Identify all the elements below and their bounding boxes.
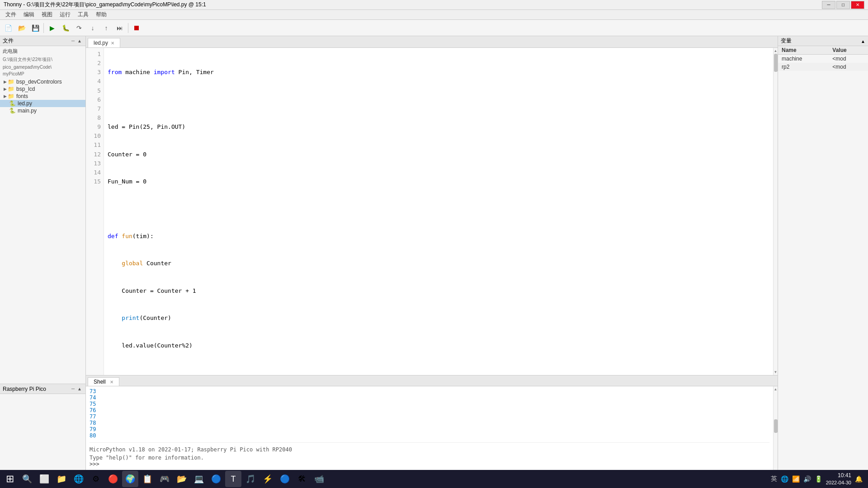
title-text: Thonny - G:\项目文件夹\22年项目\pico_gamepad\myC… <box>4 1 206 9</box>
scroll-down-arrow[interactable]: ▼ <box>774 369 778 375</box>
line-num-10: 10 <box>86 131 104 141</box>
tab-close-icon[interactable]: ✕ <box>111 41 114 46</box>
save-file-button[interactable]: 💾 <box>29 22 42 34</box>
tray-keyboard[interactable]: 英 <box>771 475 777 483</box>
tree-item-fonts[interactable]: ▶ 📁 fonts <box>0 93 85 100</box>
window-controls: ─ □ ✕ <box>822 1 864 9</box>
tray-volume[interactable]: 🔊 <box>803 475 811 483</box>
taskbar-right: 英 🌐 📶 🔊 🔋 10:41 2022-04-30 🔔 <box>771 472 866 486</box>
tree-item-label: bsp_devControlors <box>16 79 62 85</box>
tab-led-py[interactable]: led.py ✕ <box>88 38 120 47</box>
path-label-1: 此电脑 <box>0 47 85 56</box>
step-over-button[interactable]: ↷ <box>73 22 85 34</box>
tab-shell[interactable]: Shell ✕ <box>88 377 119 386</box>
var-value-rp2: <mod <box>829 63 868 71</box>
path-label-4: myPicoMP <box>0 71 85 78</box>
taskbar-icon-app2[interactable]: 🎮 <box>156 471 173 487</box>
menu-view[interactable]: 视图 <box>38 10 56 19</box>
maximize-button[interactable]: □ <box>836 1 850 9</box>
shell-content[interactable]: 73 74 75 76 77 78 79 80 MicroPython v1.1… <box>86 386 773 474</box>
shell-scroll-thumb[interactable] <box>774 419 778 433</box>
files-scroll-up[interactable]: ▲ <box>76 38 83 43</box>
shell-line-74: 74 <box>90 394 769 401</box>
file-section: 文件 ─ ▲ 此电脑 G:\项目文件夹\22年项目\ pico_gamepad\… <box>0 36 85 384</box>
files-collapse-btn[interactable]: ─ <box>71 38 75 43</box>
taskbar-icon-edge[interactable]: 🌐 <box>71 471 87 487</box>
menu-file[interactable]: 文件 <box>2 10 20 19</box>
close-button[interactable]: ✕ <box>851 1 864 9</box>
editor-tab-bar: led.py ✕ <box>86 36 778 48</box>
clock[interactable]: 10:41 2022-04-30 <box>826 472 851 486</box>
taskbar-icon-360[interactable]: 🔴 <box>105 471 121 487</box>
shell-prompt[interactable]: >>> <box>90 461 769 467</box>
tree-item-main-py[interactable]: 🐍 main.py <box>0 107 85 114</box>
shell-tab-close[interactable]: ✕ <box>110 380 113 385</box>
step-out-button[interactable]: ↑ <box>100 22 113 34</box>
tray-battery[interactable]: 🔋 <box>815 475 822 483</box>
notification-icon[interactable]: 🔔 <box>855 475 863 483</box>
resume-button[interactable]: ⏭ <box>113 22 126 34</box>
tree-item-led-py[interactable]: 🐍 led.py <box>0 100 85 107</box>
minimize-button[interactable]: ─ <box>822 1 835 9</box>
run-button[interactable]: ▶ <box>46 22 58 34</box>
clock-time: 10:41 <box>826 472 851 479</box>
taskbar-icon-thonny[interactable]: T <box>225 471 241 487</box>
pico-header-label: Raspberry Pi Pico <box>3 386 46 392</box>
file-python-icon: 🐍 <box>9 100 16 107</box>
menu-run[interactable]: 运行 <box>56 10 74 19</box>
var-col-value: Value <box>829 46 868 55</box>
taskbar-icon-app4[interactable]: 💻 <box>191 471 207 487</box>
open-file-button[interactable]: 📂 <box>15 22 28 34</box>
menu-help[interactable]: 帮助 <box>92 10 110 19</box>
taskbar-icon-explorer[interactable]: 📁 <box>53 471 70 487</box>
stop-button[interactable]: ⏹ <box>130 22 143 34</box>
code-line-10: print(Counter) <box>108 314 769 323</box>
file-python-icon: 🐍 <box>9 108 16 114</box>
var-scroll-up[interactable]: ▲ <box>861 39 865 44</box>
taskbar-icon-app7[interactable]: 🛠 <box>294 471 310 487</box>
code-editor-content[interactable]: from machine import Pin, Timer led = Pin… <box>104 48 773 375</box>
code-line-8: global Counter <box>108 259 769 268</box>
taskbar-icon-app1[interactable]: 📋 <box>139 471 156 487</box>
menu-edit[interactable]: 编辑 <box>20 10 38 19</box>
step-into-button[interactable]: ↓ <box>86 22 99 34</box>
taskbar-icon-app6[interactable]: 🎵 <box>242 471 259 487</box>
taskbar-icon-settings[interactable]: ⚙ <box>88 471 104 487</box>
shell-scrollbar[interactable]: ▲ ▼ <box>773 386 778 474</box>
taskbar-icon-browser[interactable]: 🌍 <box>122 471 138 487</box>
menu-tools[interactable]: 工具 <box>74 10 92 19</box>
folder-icon: 📁 <box>8 93 14 99</box>
editor-area: led.py ✕ 1 2 3 4 5 6 7 8 9 10 1 <box>86 36 778 375</box>
code-line-3: led = Pin(25, Pin.OUT) <box>108 122 769 131</box>
tray-wifi[interactable]: 📶 <box>792 475 800 483</box>
new-file-button[interactable]: 📄 <box>2 22 14 34</box>
files-section-header: 文件 ─ ▲ <box>0 36 85 46</box>
start-button[interactable]: ⊞ <box>2 471 18 487</box>
task-view-button[interactable]: ⬜ <box>36 471 52 487</box>
var-value-machine: <mod <box>829 55 868 63</box>
shell-scroll-up[interactable]: ▲ <box>774 386 778 392</box>
tray-ime[interactable]: 🌐 <box>781 475 788 483</box>
search-button[interactable]: 🔍 <box>19 471 35 487</box>
pico-collapse-btn[interactable]: ─ <box>71 386 75 391</box>
pico-tree <box>0 394 85 398</box>
line-num-9: 9 <box>86 122 104 131</box>
tree-item-bsp-lcd[interactable]: ▶ 📁 bsp_lcd <box>0 85 85 93</box>
taskbar: ⊞ 🔍 ⬜ 📁 🌐 ⚙ 🔴 🌍 📋 🎮 📂 💻 🔵 T 🎵 ⚡ 🔵 🛠 📹 英 … <box>0 470 868 488</box>
pico-scroll-up[interactable]: ▲ <box>76 386 83 391</box>
var-header-actions: ▲ <box>861 38 865 44</box>
taskbar-icon-arduino[interactable]: ⚡ <box>259 471 276 487</box>
line-num-5: 5 <box>86 86 104 95</box>
shell-micropython-info: MicroPython v1.18 on 2022-01-17; Raspber… <box>90 446 769 453</box>
center-panel: led.py ✕ 1 2 3 4 5 6 7 8 9 10 1 <box>86 36 778 474</box>
taskbar-icon-app5[interactable]: 🔵 <box>208 471 224 487</box>
file-tree: 此电脑 G:\项目文件夹\22年项目\ pico_gamepad\myCode\… <box>0 46 85 384</box>
taskbar-icon-chrome[interactable]: 🔵 <box>277 471 293 487</box>
debug-button[interactable]: 🐛 <box>59 22 72 34</box>
toolbar-separator-1 <box>43 23 44 33</box>
taskbar-icon-app3[interactable]: 📂 <box>174 471 190 487</box>
tree-item-bsp-devcontrolors[interactable]: ▶ 📁 bsp_devControlors <box>0 78 85 85</box>
files-header-actions: ─ ▲ <box>71 38 83 43</box>
taskbar-icon-app8[interactable]: 📹 <box>311 471 327 487</box>
var-row-machine: machine <mod <box>778 55 868 63</box>
